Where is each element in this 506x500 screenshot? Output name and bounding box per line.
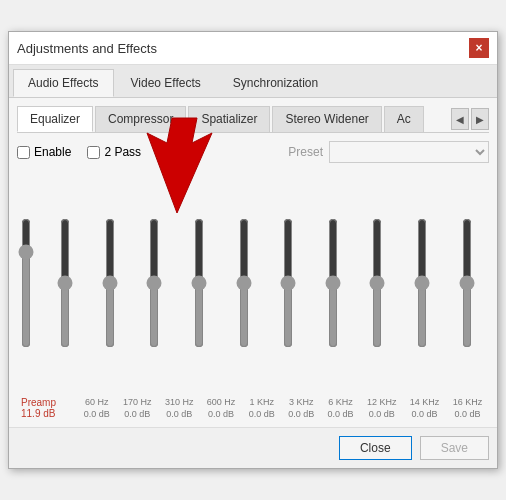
band-column-2 (145, 218, 163, 348)
band-column-3 (190, 218, 208, 348)
band-value-2: 0.0 dB (166, 409, 192, 419)
subtab-spatializer[interactable]: Spatializer (188, 106, 270, 132)
band-slider-1[interactable] (101, 218, 119, 348)
band-label-3: 600 Hz0.0 dB (207, 397, 236, 419)
title-bar: Adjustments and Effects × (9, 32, 497, 65)
close-window-button[interactable]: × (469, 38, 489, 58)
main-tabs: Audio Effects Video Effects Synchronizat… (9, 65, 497, 98)
band-slider-9[interactable] (458, 218, 476, 348)
tab-audio-effects[interactable]: Audio Effects (13, 69, 114, 97)
band-label-0: 60 Hz0.0 dB (84, 397, 110, 419)
band-label-6: 6 KHz0.0 dB (328, 397, 354, 419)
subtab-compressor[interactable]: Compressor (95, 106, 186, 132)
preamp-slider[interactable] (17, 218, 35, 348)
preset-group: Preset (288, 141, 489, 163)
band-column-9 (458, 218, 476, 348)
band-slider-5[interactable] (279, 218, 297, 348)
band-freq-3: 600 Hz (207, 397, 236, 407)
preset-select[interactable] (329, 141, 489, 163)
enable-label: Enable (34, 145, 71, 159)
preamp-slider-wrap (17, 203, 35, 363)
band-label-4: 1 KHz0.0 dB (249, 397, 275, 419)
band-freq-9: 16 KHz (453, 397, 483, 407)
band-slider-4[interactable] (235, 218, 253, 348)
band-freq-7: 12 KHz (367, 397, 397, 407)
content-area: Equalizer Compressor Spatializer Stereo … (9, 98, 497, 427)
band-label-1: 170 Hz0.0 dB (123, 397, 152, 419)
controls-row: Enable 2 Pass Preset (17, 141, 489, 163)
sub-tabs-container: Equalizer Compressor Spatializer Stereo … (17, 106, 489, 133)
subtab-equalizer[interactable]: Equalizer (17, 106, 93, 132)
band-label-7: 12 KHz0.0 dB (367, 397, 397, 419)
enable-checkbox[interactable] (17, 146, 30, 159)
band-value-9: 0.0 dB (454, 409, 480, 419)
band-column-4 (235, 218, 253, 348)
labels-row: Preamp 11.9 dB 60 Hz0.0 dB170 Hz0.0 dB31… (17, 397, 489, 419)
band-freq-1: 170 Hz (123, 397, 152, 407)
twopass-checkbox[interactable] (87, 146, 100, 159)
band-label-5: 3 KHz0.0 dB (288, 397, 314, 419)
band-column-8 (413, 218, 431, 348)
twopass-label: 2 Pass (104, 145, 141, 159)
band-slider-6[interactable] (324, 218, 342, 348)
band-value-4: 0.0 dB (249, 409, 275, 419)
band-labels-row: 60 Hz0.0 dB170 Hz0.0 dB310 Hz0.0 dB600 H… (77, 397, 489, 419)
sub-tab-prev-button[interactable]: ◀ (451, 108, 469, 130)
band-value-0: 0.0 dB (84, 409, 110, 419)
sub-tabs: Equalizer Compressor Spatializer Stereo … (17, 106, 451, 132)
save-button[interactable]: Save (420, 436, 489, 460)
band-slider-0[interactable] (56, 218, 74, 348)
band-value-5: 0.0 dB (288, 409, 314, 419)
band-column-1 (101, 218, 119, 348)
sub-tab-next-button[interactable]: ▶ (471, 108, 489, 130)
preamp-section (17, 183, 35, 383)
band-slider-7[interactable] (368, 218, 386, 348)
band-value-6: 0.0 dB (328, 409, 354, 419)
band-sliders (43, 183, 489, 383)
band-freq-4: 1 KHz (249, 397, 274, 407)
band-freq-5: 3 KHz (289, 397, 314, 407)
band-column-6 (324, 218, 342, 348)
band-column-7 (368, 218, 386, 348)
twopass-group: 2 Pass (87, 145, 141, 159)
close-button[interactable]: Close (339, 436, 412, 460)
band-label-2: 310 Hz0.0 dB (165, 397, 194, 419)
band-slider-2[interactable] (145, 218, 163, 348)
band-value-8: 0.0 dB (412, 409, 438, 419)
band-value-3: 0.0 dB (208, 409, 234, 419)
preset-label: Preset (288, 145, 323, 159)
tab-synchronization[interactable]: Synchronization (218, 69, 333, 97)
preamp-label-area: Preamp 11.9 dB (17, 397, 77, 419)
preamp-text-label: Preamp (21, 397, 77, 408)
window-title: Adjustments and Effects (17, 41, 157, 56)
band-slider-3[interactable] (190, 218, 208, 348)
band-slider-8[interactable] (413, 218, 431, 348)
band-column-0 (56, 218, 74, 348)
sub-tab-nav: ◀ ▶ (451, 108, 489, 130)
band-freq-2: 310 Hz (165, 397, 194, 407)
subtab-adv[interactable]: Ac (384, 106, 424, 132)
sliders-container (17, 173, 489, 393)
subtab-stereo-widener[interactable]: Stereo Widener (272, 106, 381, 132)
band-freq-6: 6 KHz (328, 397, 353, 407)
band-value-7: 0.0 dB (369, 409, 395, 419)
main-window: Adjustments and Effects × Audio Effects … (8, 31, 498, 469)
band-value-1: 0.0 dB (124, 409, 150, 419)
band-freq-8: 14 KHz (410, 397, 440, 407)
equalizer-wrapper: Preamp 11.9 dB 60 Hz0.0 dB170 Hz0.0 dB31… (17, 173, 489, 419)
footer: Close Save (9, 427, 497, 468)
band-freq-0: 60 Hz (85, 397, 109, 407)
tab-video-effects[interactable]: Video Effects (116, 69, 216, 97)
band-column-5 (279, 218, 297, 348)
enable-group: Enable (17, 145, 71, 159)
band-label-8: 14 KHz0.0 dB (410, 397, 440, 419)
preamp-value: 11.9 dB (21, 408, 77, 419)
band-label-9: 16 KHz0.0 dB (453, 397, 483, 419)
